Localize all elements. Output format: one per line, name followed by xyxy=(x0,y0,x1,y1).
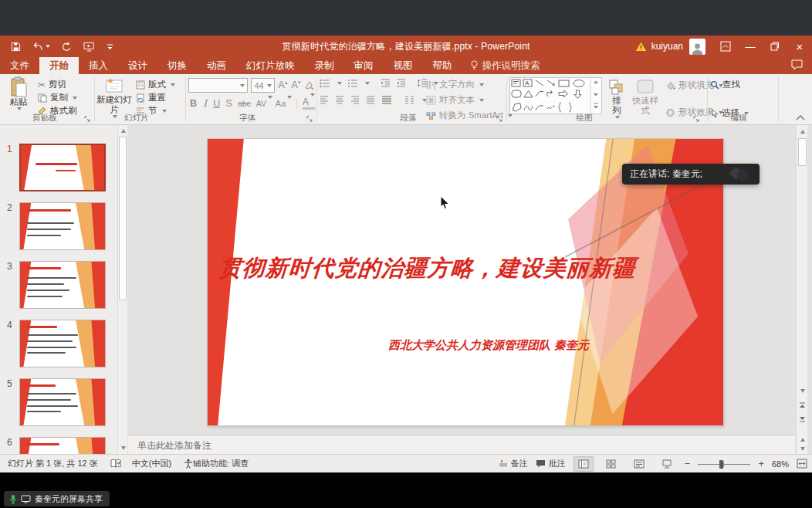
scroll-down-icon[interactable] xyxy=(798,386,807,396)
align-text-button[interactable]: 对齐文本 xyxy=(426,93,513,107)
avatar[interactable] xyxy=(689,39,705,55)
font-name-combo[interactable] xyxy=(188,78,248,93)
tab-record[interactable]: 录制 xyxy=(305,57,344,74)
change-case-button[interactable]: Aa xyxy=(276,99,291,108)
bold-button[interactable]: B xyxy=(190,98,197,109)
cut-button[interactable]: ✂剪切 xyxy=(38,78,77,91)
font-size-combo[interactable]: 44 xyxy=(251,78,275,93)
slide-thumbnail-1[interactable] xyxy=(19,144,106,191)
align-right-icon[interactable] xyxy=(350,96,360,104)
clipboard-dialog-launcher-icon[interactable] xyxy=(84,116,90,122)
tell-me-search[interactable]: 操作说明搜索 xyxy=(462,57,548,74)
zoom-in-button[interactable]: + xyxy=(758,458,764,469)
zoom-slider[interactable] xyxy=(698,459,750,469)
align-center-icon[interactable] xyxy=(335,96,344,104)
slide-thumbnail-2[interactable] xyxy=(19,202,106,250)
restore-button[interactable] xyxy=(763,36,787,57)
normal-view-button[interactable] xyxy=(573,456,594,472)
find-button[interactable]: 查找 xyxy=(710,78,775,91)
tab-file[interactable]: 文件 xyxy=(0,57,39,74)
tab-home[interactable]: 开始 xyxy=(39,57,79,74)
numbering-icon[interactable] xyxy=(347,79,358,88)
previous-slide-icon[interactable] xyxy=(798,400,807,410)
align-left-icon[interactable] xyxy=(320,96,329,104)
character-spacing-button[interactable]: AV xyxy=(256,99,270,108)
paste-button[interactable]: 粘贴 xyxy=(5,76,32,117)
increase-indent-icon[interactable] xyxy=(396,79,406,87)
slideshow-view-button[interactable] xyxy=(657,456,677,472)
tab-transitions[interactable]: 切换 xyxy=(157,57,197,74)
comments-toggle-icon[interactable] xyxy=(791,59,803,70)
layout-button[interactable]: 版式 xyxy=(136,78,175,91)
distribute-icon[interactable] xyxy=(381,96,392,104)
strikethrough-button[interactable]: abc xyxy=(238,99,251,108)
notes-toggle[interactable]: 备注 xyxy=(499,458,528,469)
grow-font-button[interactable]: A▴ xyxy=(278,80,288,90)
bullets-icon[interactable] xyxy=(320,79,330,88)
tab-view[interactable]: 视图 xyxy=(384,57,423,74)
undo-icon[interactable] xyxy=(32,42,50,51)
tab-help[interactable]: 帮助 xyxy=(423,57,462,74)
collapse-ribbon-icon[interactable] xyxy=(795,114,806,121)
tab-slideshow[interactable]: 幻灯片放映 xyxy=(236,57,305,74)
tab-review[interactable]: 审阅 xyxy=(344,57,384,74)
slide-counter[interactable]: 幻灯片 第 1 张, 共 12 张 xyxy=(8,458,98,469)
close-button[interactable]: × xyxy=(787,36,812,57)
notes-placeholder[interactable]: 单击此处添加备注 xyxy=(137,439,211,452)
save-icon[interactable] xyxy=(11,42,21,52)
shrink-font-button[interactable]: A▾ xyxy=(291,80,301,90)
clear-formatting-icon[interactable] xyxy=(304,80,315,90)
accessibility-icon[interactable] xyxy=(184,459,193,469)
font-dialog-launcher-icon[interactable] xyxy=(306,116,313,122)
scroll-up-icon[interactable] xyxy=(119,126,127,136)
reset-button[interactable]: 重置 xyxy=(136,91,175,104)
slide-thumbnail-3[interactable] xyxy=(19,261,106,309)
notes-scrollbar[interactable] xyxy=(796,435,807,454)
slide-thumbnail-4[interactable] xyxy=(19,320,106,367)
notes-panel[interactable]: 单击此处添加备注 xyxy=(128,435,795,454)
slide-thumbnail-6[interactable] xyxy=(19,437,106,454)
italic-button[interactable]: I xyxy=(202,97,208,109)
zoom-slider-knob[interactable] xyxy=(719,460,723,469)
scrollbar-thumb[interactable] xyxy=(119,137,127,300)
zoom-out-button[interactable]: − xyxy=(685,458,691,469)
tab-animations[interactable]: 动画 xyxy=(197,57,236,74)
scroll-down-icon[interactable] xyxy=(798,444,807,454)
minimize-button[interactable]: — xyxy=(738,36,763,57)
next-slide-icon[interactable] xyxy=(798,414,807,424)
scroll-up-icon[interactable] xyxy=(798,127,807,137)
language-indicator[interactable]: 中文(中国) xyxy=(132,458,171,469)
comments-toggle[interactable]: 批注 xyxy=(536,458,566,469)
shapes-gallery[interactable] xyxy=(509,77,602,114)
redo-icon[interactable] xyxy=(62,42,72,52)
copy-button[interactable]: 复制 xyxy=(38,91,77,104)
slide-subtitle[interactable]: 西北大学公共人力资源管理团队 秦奎元 xyxy=(339,338,638,353)
text-shadow-button[interactable]: S xyxy=(225,98,232,109)
fit-to-window-icon[interactable] xyxy=(797,459,807,469)
text-direction-button[interactable]: 文字方向 xyxy=(426,78,513,91)
font-color-button[interactable]: A xyxy=(303,97,315,110)
tab-design[interactable]: 设计 xyxy=(118,57,157,74)
slide-sorter-view-button[interactable] xyxy=(601,456,621,472)
scroll-down-icon[interactable] xyxy=(119,443,127,453)
reading-view-button[interactable] xyxy=(629,456,649,472)
drawing-dialog-launcher-icon[interactable] xyxy=(693,116,699,122)
decrease-indent-icon[interactable] xyxy=(381,79,391,87)
scrollbar-thumb[interactable] xyxy=(798,138,807,166)
screen-share-pill[interactable]: 秦奎元的屏幕共享 xyxy=(4,491,110,506)
justify-icon[interactable] xyxy=(366,96,375,104)
zoom-level[interactable]: 68% xyxy=(772,459,789,469)
start-slideshow-icon[interactable] xyxy=(83,42,95,52)
tab-insert[interactable]: 插入 xyxy=(79,57,118,74)
slide-thumbnail-5[interactable] xyxy=(19,378,106,426)
underline-button[interactable]: U xyxy=(213,98,220,109)
warning-icon[interactable] xyxy=(635,42,647,52)
spell-check-icon[interactable] xyxy=(110,459,121,469)
account-name[interactable]: kuiyuan xyxy=(651,41,683,52)
slide-title[interactable]: 贯彻新时代党的治疆方略，建设美丽新疆 xyxy=(218,253,628,284)
thumbnail-scrollbar[interactable] xyxy=(117,125,127,454)
accessibility-status[interactable]: 辅助功能: 调查 xyxy=(193,458,249,469)
customize-qat-icon[interactable] xyxy=(107,43,113,50)
main-scrollbar[interactable] xyxy=(796,125,807,435)
columns-icon[interactable] xyxy=(404,96,414,104)
